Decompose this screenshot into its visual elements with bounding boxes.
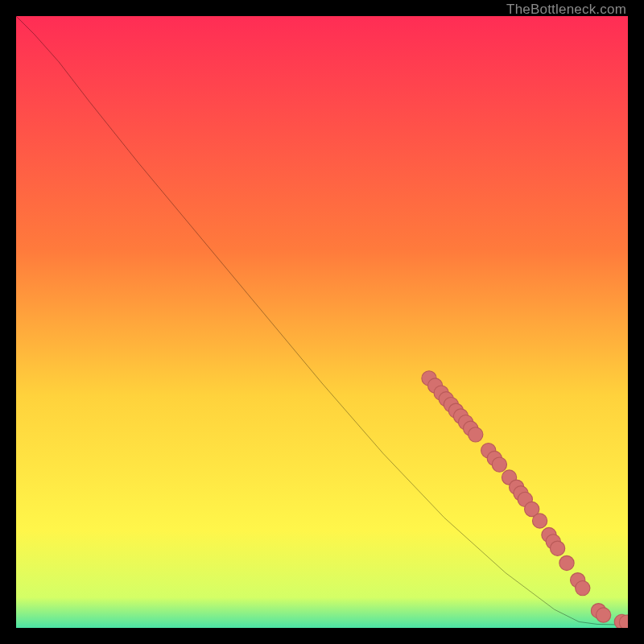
chart-frame: { "watermark": "TheBottleneck.com", "col… xyxy=(0,0,644,644)
gradient-background xyxy=(16,16,628,628)
data-marker xyxy=(576,580,590,595)
data-marker xyxy=(469,427,483,442)
data-marker xyxy=(532,514,547,528)
data-marker xyxy=(492,457,506,472)
data-marker xyxy=(550,541,564,555)
watermark-label: TheBottleneck.com xyxy=(506,2,626,18)
bottleneck-chart xyxy=(16,16,628,628)
data-marker xyxy=(559,555,574,570)
data-marker xyxy=(596,608,610,622)
